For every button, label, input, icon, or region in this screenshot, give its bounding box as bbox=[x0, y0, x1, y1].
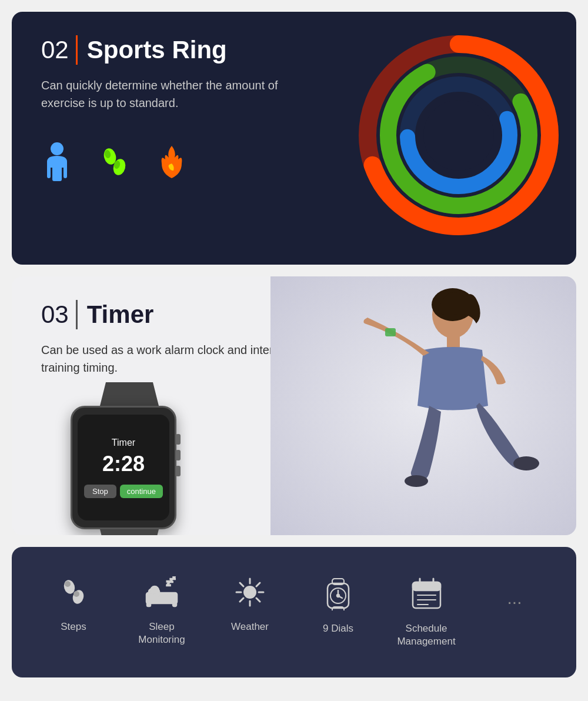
watch-side-button-mid bbox=[176, 450, 181, 460]
dials-label: 9 Dials bbox=[323, 622, 353, 635]
donut-chart bbox=[359, 24, 559, 247]
weather-label: Weather bbox=[231, 620, 269, 633]
steps-label: Steps bbox=[61, 620, 86, 633]
watch-side-button-top bbox=[176, 434, 181, 445]
card1-divider bbox=[76, 35, 78, 65]
card1-description: Can quickly determine whether the amount… bbox=[41, 76, 323, 112]
svg-line-39 bbox=[240, 598, 243, 602]
schedule-label: Schedule Management bbox=[397, 622, 455, 648]
timer-card: 03 Timer Can be used as a work alarm clo… bbox=[12, 276, 576, 535]
svg-line-37 bbox=[256, 598, 260, 602]
svg-point-16 bbox=[405, 475, 428, 487]
card1-number: 02 bbox=[41, 36, 69, 64]
watch-band-top bbox=[100, 382, 159, 406]
schedule-icon bbox=[410, 576, 443, 615]
fire-icon bbox=[156, 143, 188, 189]
more-dots-icon: ... bbox=[507, 588, 522, 608]
steps-feature: Steps bbox=[41, 576, 106, 633]
card2-divider bbox=[76, 300, 78, 329]
svg-line-36 bbox=[240, 583, 243, 586]
svg-text:z: z bbox=[173, 576, 175, 580]
watch-band-bottom bbox=[100, 529, 159, 535]
svg-rect-48 bbox=[413, 582, 440, 590]
svg-point-0 bbox=[51, 142, 64, 155]
person-icon bbox=[41, 141, 74, 191]
woman-svg bbox=[270, 276, 576, 535]
sports-ring-card: 02 Sports Ring Can quickly determine whe… bbox=[12, 12, 576, 265]
svg-rect-18 bbox=[385, 328, 396, 336]
svg-rect-26 bbox=[173, 602, 176, 606]
card2-number: 03 bbox=[41, 301, 69, 329]
watch-screen-time: 2:28 bbox=[102, 452, 145, 476]
watch-buttons-row: Stop continue bbox=[84, 485, 163, 498]
steps-icon bbox=[58, 576, 90, 613]
svg-point-21 bbox=[65, 581, 71, 587]
watch-screen-title: Timer bbox=[112, 438, 135, 448]
watch-illustration: Timer 2:28 Stop continue bbox=[71, 382, 188, 535]
sleep-label: Sleep Monitoring bbox=[138, 620, 185, 646]
weather-feature: Weather bbox=[218, 576, 282, 633]
svg-line-38 bbox=[256, 583, 260, 586]
svg-point-17 bbox=[513, 456, 539, 470]
woman-exercise-image bbox=[270, 276, 576, 535]
card2-title: Timer bbox=[87, 301, 154, 329]
weather-icon bbox=[233, 576, 267, 613]
svg-point-22 bbox=[74, 591, 79, 597]
svg-point-27 bbox=[151, 586, 159, 595]
sleep-icon: z z z bbox=[144, 576, 179, 613]
watch-body: Timer 2:28 Stop continue bbox=[71, 406, 176, 529]
schedule-feature: Schedule Management bbox=[394, 576, 459, 648]
svg-point-46 bbox=[337, 595, 339, 597]
watch-continue-button[interactable]: continue bbox=[120, 485, 163, 498]
svg-point-31 bbox=[243, 586, 256, 599]
more-features: ... bbox=[482, 576, 547, 608]
footsteps-icon bbox=[97, 145, 132, 188]
watch-stop-button[interactable]: Stop bbox=[84, 485, 116, 498]
watch-side-button-bot bbox=[176, 466, 181, 476]
sleep-feature: z z z Sleep Monitoring bbox=[129, 576, 194, 646]
svg-point-11 bbox=[423, 100, 494, 171]
features-card: Steps z z z Sleep Monitoring bbox=[12, 547, 576, 677]
dials-icon bbox=[323, 576, 353, 615]
svg-rect-25 bbox=[147, 602, 151, 606]
card1-title: Sports Ring bbox=[87, 36, 227, 64]
watch-screen: Timer 2:28 Stop continue bbox=[78, 415, 169, 520]
dials-feature: 9 Dials bbox=[306, 576, 370, 635]
